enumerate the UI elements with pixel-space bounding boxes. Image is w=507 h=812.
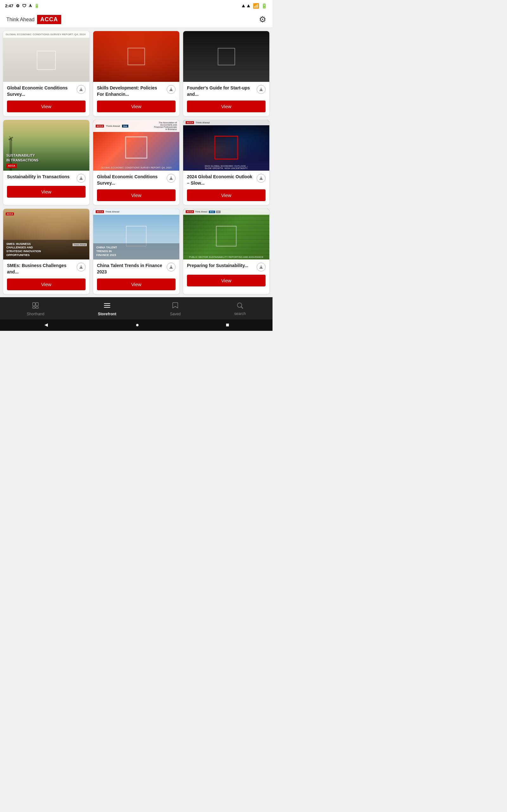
download-icon-outlook[interactable] xyxy=(257,174,266,183)
shield-icon: 🛡 xyxy=(22,3,26,8)
view-button-smes[interactable]: View xyxy=(7,278,86,290)
card-body-skills: Skills Development: Policies For Enhanci… xyxy=(93,82,179,116)
download-icon-preparing[interactable] xyxy=(257,263,266,271)
view-button-skills[interactable]: View xyxy=(97,101,176,112)
card-image-preparing: ACCA Think Ahead IFAC IDI PUBLIC SECTOR … xyxy=(183,209,269,259)
nav-storefront[interactable]: Storefront xyxy=(92,300,123,317)
card-image-outlook: ACCA Think Ahead 2024 GLOBAL ECONOMIC OU… xyxy=(183,120,269,171)
card-title-china: China Talent Trends in Finance 2023 xyxy=(97,263,167,275)
card-title-sustainability: Sustainability in Transactions xyxy=(7,174,77,180)
view-button-preparing[interactable]: View xyxy=(187,275,266,287)
status-left: 2:47 ⚙ 🛡 𝐀 🔋 xyxy=(5,3,39,8)
view-button-china[interactable]: View xyxy=(97,278,176,290)
cards-grid: GLOBAL ECONOMIC CONDITIONS SURVEY REPORT… xyxy=(3,31,269,294)
svg-line-8 xyxy=(241,307,243,308)
download-icon-geo2[interactable] xyxy=(167,174,176,183)
recents-button[interactable]: ■ xyxy=(226,322,229,328)
card-title-preparing: Preparing for Sustainability... xyxy=(187,263,257,269)
nav-search-label: search xyxy=(234,311,245,316)
card-sustainability: SUSTAINABILITYIN TRANSACTIONS ACCA Susta… xyxy=(3,120,89,205)
card-overlay-china: CHINA TALENTTRENDS INFINANCE 2023 xyxy=(93,243,179,259)
saved-icon xyxy=(172,302,179,310)
download-icon[interactable] xyxy=(77,85,86,94)
settings-icon[interactable]: ⚙ xyxy=(259,14,266,24)
download-icon-founders[interactable] xyxy=(257,85,266,94)
search-icon xyxy=(236,302,243,310)
view-button-global-economic-1[interactable]: View xyxy=(7,101,86,112)
card-overlay-sustainability: SUSTAINABILITYIN TRANSACTIONS ACCA xyxy=(3,151,89,171)
download-icon-sustainability[interactable] xyxy=(77,174,86,183)
svg-rect-2 xyxy=(33,307,35,308)
card-title-row-geo2: Global Economic Conditions Survey... xyxy=(97,174,176,186)
card-global-economic-1: GLOBAL ECONOMIC CONDITIONS SURVEY REPORT… xyxy=(3,31,89,116)
card-title-row-china: China Talent Trends in Finance 2023 xyxy=(97,263,176,275)
card-body-sustainability: Sustainability in Transactions View xyxy=(3,171,89,201)
card-image-geo2: ACCA Think Ahead ima The Association ofA… xyxy=(93,120,179,171)
view-button-sustainability[interactable]: View xyxy=(7,186,86,198)
card-title-row-preparing: Preparing for Sustainability... xyxy=(187,263,266,271)
wifi-icon: ▲▲ xyxy=(241,3,251,9)
card-title-row-smes: SMEs: Business Challenges and... xyxy=(7,263,86,275)
card-title-outlook: 2024 Global Economic Outlook – Slow... xyxy=(187,174,257,186)
card-smes: ACCA SMEs: BUSINESSCHALLENGES ANDSTRATEG… xyxy=(3,209,89,294)
card-title-skills: Skills Development: Policies For Enhanci… xyxy=(97,85,167,97)
nav-saved-label: Saved xyxy=(170,312,181,316)
bottom-nav: Shorthand Storefront Saved search xyxy=(0,297,273,319)
card-body-preparing: Preparing for Sustainability... View xyxy=(183,259,269,290)
card-title-smes: SMEs: Business Challenges and... xyxy=(7,263,77,275)
card-image-china: ACCA Think Ahead CHINA TALENTTRENDS INFI… xyxy=(93,209,179,259)
card-title-row-outlook: 2024 Global Economic Outlook – Slow... xyxy=(187,174,266,186)
acca-brand-badge: ACCA xyxy=(37,15,61,24)
card-image-smes: ACCA SMEs: BUSINESSCHALLENGES ANDSTRATEG… xyxy=(3,209,89,259)
time: 2:47 xyxy=(5,3,13,8)
download-icon-skills[interactable] xyxy=(167,85,176,94)
card-title-row-sustainability: Sustainability in Transactions xyxy=(7,174,86,183)
card-body-global-economic-1: Global Economic Conditions Survey... Vie… xyxy=(3,82,89,116)
card-body-china: China Talent Trends in Finance 2023 View xyxy=(93,259,179,294)
storefront-icon xyxy=(103,302,111,310)
card-body-geo2: Global Economic Conditions Survey... Vie… xyxy=(93,171,179,205)
view-button-outlook[interactable]: View xyxy=(187,189,266,201)
tagline-text: Think Ahead xyxy=(6,17,35,22)
app-header: Think Ahead ACCA ⚙ xyxy=(0,11,273,28)
card-title-row-skills: Skills Development: Policies For Enhanci… xyxy=(97,85,176,97)
card-global-economic-2: ACCA Think Ahead ima The Association ofA… xyxy=(93,120,179,205)
battery-status-icon: 🔋 xyxy=(261,3,268,9)
card-image-global-economic-1: GLOBAL ECONOMIC CONDITIONS SURVEY REPORT… xyxy=(3,31,89,82)
card-skills-development: Skills Development: Policies For Enhanci… xyxy=(93,31,179,116)
content-area: GLOBAL ECONOMIC CONDITIONS SURVEY REPORT… xyxy=(0,28,273,297)
card-title-row: Global Economic Conditions Survey... xyxy=(7,85,86,97)
status-right: ▲▲ 📶 🔋 xyxy=(241,3,268,9)
card-founders-guide: Founder's Guide for Start-ups and... Vie… xyxy=(183,31,269,116)
card-body-smes: SMEs: Business Challenges and... View xyxy=(3,259,89,294)
accessibility-icon: 𝐀 xyxy=(29,3,32,8)
card-outlook: ACCA Think Ahead 2024 GLOBAL ECONOMIC OU… xyxy=(183,120,269,205)
download-icon-china[interactable] xyxy=(167,263,176,271)
card-image-founders xyxy=(183,31,269,82)
status-bar: 2:47 ⚙ 🛡 𝐀 🔋 ▲▲ 📶 🔋 xyxy=(0,0,273,11)
card-image-sustainability: SUSTAINABILITYIN TRANSACTIONS ACCA xyxy=(3,120,89,171)
card-title-row-founders: Founder's Guide for Start-ups and... xyxy=(187,85,266,97)
signal-icon: 📶 xyxy=(253,3,259,9)
nav-shorthand-label: Shorthand xyxy=(27,312,44,316)
settings-status-icon: ⚙ xyxy=(16,3,20,8)
card-preparing-sustainability: ACCA Think Ahead IFAC IDI PUBLIC SECTOR … xyxy=(183,209,269,294)
svg-rect-1 xyxy=(36,303,38,306)
view-button-geo2[interactable]: View xyxy=(97,189,176,201)
shorthand-icon xyxy=(32,302,39,310)
card-title-founders: Founder's Guide for Start-ups and... xyxy=(187,85,257,97)
battery-icon: 🔋 xyxy=(34,3,39,8)
nav-shorthand[interactable]: Shorthand xyxy=(20,300,51,317)
nav-saved[interactable]: Saved xyxy=(164,300,187,317)
back-button[interactable]: ◄ xyxy=(43,322,49,328)
system-nav: ◄ ● ■ xyxy=(0,319,273,331)
nav-storefront-label: Storefront xyxy=(98,312,116,316)
download-icon-smes[interactable] xyxy=(77,263,86,271)
card-body-outlook: 2024 Global Economic Outlook – Slow... V… xyxy=(183,171,269,205)
nav-search[interactable]: search xyxy=(228,301,252,317)
view-button-founders[interactable]: View xyxy=(187,101,266,112)
home-button[interactable]: ● xyxy=(135,322,139,328)
header-logo: Think Ahead ACCA xyxy=(6,15,61,24)
svg-rect-0 xyxy=(33,303,35,306)
card-body-founders: Founder's Guide for Start-ups and... Vie… xyxy=(183,82,269,116)
